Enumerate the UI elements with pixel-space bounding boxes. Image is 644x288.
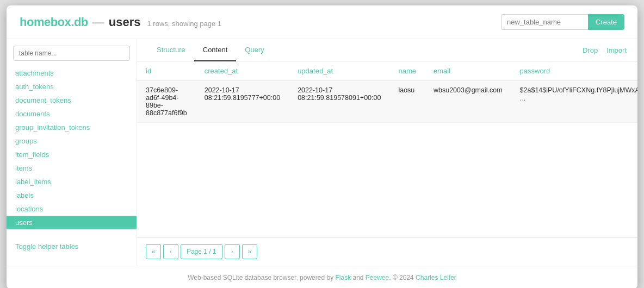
data-table: idcreated_atupdated_atnameemailpassword … bbox=[137, 61, 637, 123]
prev-page-button[interactable]: ‹ bbox=[163, 244, 178, 259]
action-import[interactable]: Import bbox=[606, 46, 627, 54]
col-header-created_at: created_at bbox=[196, 61, 289, 81]
table-row: 37c6e809-ad6f-49b4-89be-88c877af6f9b2022… bbox=[137, 81, 637, 123]
header-left: homebox.db — users 1 rows, showing page … bbox=[20, 15, 221, 29]
action-drop[interactable]: Drop bbox=[583, 46, 598, 54]
charles-link[interactable]: Charles Leifer bbox=[416, 274, 456, 281]
table-header: idcreated_atupdated_atnameemailpassword bbox=[137, 61, 637, 81]
table-search-input[interactable] bbox=[13, 46, 130, 61]
sidebar-item-auth_tokens[interactable]: auth_tokens bbox=[7, 80, 137, 93]
cell-id: 37c6e809-ad6f-49b4-89be-88c877af6f9b bbox=[137, 81, 196, 123]
current-table-name: users bbox=[109, 15, 141, 29]
pagination: « ‹ Page 1 / 1 › » bbox=[137, 237, 637, 266]
tabs-left: StructureContentQuery bbox=[148, 39, 273, 61]
col-header-updated_at: updated_at bbox=[289, 61, 389, 81]
header-right: Create bbox=[501, 14, 624, 30]
main-layout: attachmentsauth_tokensdocument_tokensdoc… bbox=[7, 39, 637, 266]
brand-title: homebox.db bbox=[20, 15, 88, 29]
col-header-email: email bbox=[425, 61, 511, 81]
first-page-button[interactable]: « bbox=[146, 244, 161, 259]
sidebar-item-labels[interactable]: labels bbox=[7, 189, 137, 202]
sidebar-item-document_tokens[interactable]: document_tokens bbox=[7, 93, 137, 107]
sidebar-items-list: attachmentsauth_tokensdocument_tokensdoc… bbox=[7, 66, 137, 229]
toggle-helper-link[interactable]: Toggle helper tables bbox=[15, 242, 78, 251]
sidebar-item-attachments[interactable]: attachments bbox=[7, 66, 137, 80]
col-header-password: password bbox=[511, 61, 637, 81]
content-area: StructureContentQuery DropImport idcreat… bbox=[137, 39, 637, 266]
dash-separator: — bbox=[92, 15, 104, 29]
sidebar: attachmentsauth_tokensdocument_tokensdoc… bbox=[7, 39, 137, 266]
sidebar-item-group_invitation_tokens[interactable]: group_invitation_tokens bbox=[7, 121, 137, 134]
sidebar-footer: Toggle helper tables bbox=[7, 234, 137, 259]
tab-structure[interactable]: Structure bbox=[148, 39, 194, 61]
cell-email: wbsu2003@gmail.com bbox=[425, 81, 511, 123]
next-page-button[interactable]: › bbox=[225, 244, 240, 259]
table-area: idcreated_atupdated_atnameemailpassword … bbox=[137, 61, 637, 237]
create-button[interactable]: Create bbox=[588, 14, 624, 30]
page-info: Page 1 / 1 bbox=[181, 244, 222, 259]
col-header-id: id bbox=[137, 61, 196, 81]
tab-content[interactable]: Content bbox=[194, 39, 237, 61]
sidebar-item-locations[interactable]: locations bbox=[7, 202, 137, 216]
new-table-input[interactable] bbox=[501, 14, 588, 30]
sidebar-item-documents[interactable]: documents bbox=[7, 107, 137, 121]
footer: Web-based SQLite database browser, power… bbox=[7, 266, 637, 288]
table-body: 37c6e809-ad6f-49b4-89be-88c877af6f9b2022… bbox=[137, 81, 637, 123]
cell-updated-at: 2022-10-17 08:21:59.819578091+00:00 bbox=[289, 81, 389, 123]
tabs-right: DropImport bbox=[583, 46, 627, 54]
header: homebox.db — users 1 rows, showing page … bbox=[7, 5, 637, 39]
footer-text3: . © 2024 bbox=[389, 274, 416, 281]
last-page-button[interactable]: » bbox=[242, 244, 257, 259]
col-header-name: name bbox=[389, 61, 425, 81]
footer-text1: Web-based SQLite database browser, power… bbox=[188, 274, 335, 281]
sidebar-item-items[interactable]: items bbox=[7, 161, 137, 175]
sidebar-item-item_fields[interactable]: item_fields bbox=[7, 148, 137, 161]
flask-link[interactable]: Flask bbox=[335, 274, 351, 281]
sidebar-item-label_items[interactable]: label_items bbox=[7, 175, 137, 189]
tabs-bar: StructureContentQuery DropImport bbox=[137, 39, 637, 61]
tab-query[interactable]: Query bbox=[236, 39, 273, 61]
app-window: homebox.db — users 1 rows, showing page … bbox=[7, 5, 637, 288]
cell-name: laosu bbox=[389, 81, 425, 123]
cell-created-at: 2022-10-17 08:21:59.8195777+00:00 bbox=[196, 81, 289, 123]
footer-text2: and bbox=[351, 274, 366, 281]
cell-password: $2a$14$iPU/ofYliFCXNg.fY8PjlujMWxAtJvyfn… bbox=[511, 81, 637, 123]
sidebar-item-users[interactable]: users bbox=[7, 216, 137, 229]
sidebar-item-groups[interactable]: groups bbox=[7, 134, 137, 148]
peewee-link[interactable]: Peewee bbox=[366, 274, 389, 281]
row-info: 1 rows, showing page 1 bbox=[147, 20, 222, 28]
